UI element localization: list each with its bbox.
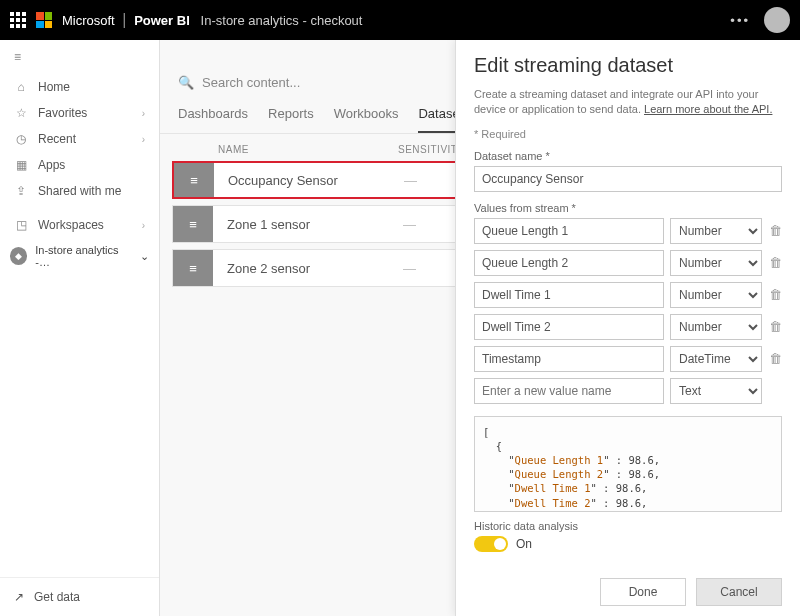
delete-icon[interactable]: 🗑 xyxy=(768,255,782,270)
value-name-input[interactable] xyxy=(474,218,664,244)
col-name: NAME xyxy=(218,144,398,155)
nav-favorites-label: Favorites xyxy=(38,106,87,120)
value-type-select[interactable]: NumberDateTimeText xyxy=(670,282,762,308)
dataset-sensitivity: — xyxy=(404,173,417,188)
dataset-name: Occupancy Sensor xyxy=(214,173,404,188)
nav-shared-label: Shared with me xyxy=(38,184,121,198)
value-type-select[interactable]: NumberDateTimeText xyxy=(670,314,762,340)
chevron-right-icon: › xyxy=(142,220,145,231)
stream-value-row: NumberDateTimeText🗑 xyxy=(474,282,782,308)
user-avatar[interactable] xyxy=(764,7,790,33)
nav-get-data-label: Get data xyxy=(34,590,80,604)
panel-description: Create a streaming dataset and integrate… xyxy=(474,87,782,118)
stream-value-row: NumberDateTimeText🗑 xyxy=(474,314,782,340)
delete-icon[interactable]: 🗑 xyxy=(768,319,782,334)
tab-dashboards[interactable]: Dashboards xyxy=(178,106,248,133)
stream-value-row: NumberDateTimeText🗑 xyxy=(474,346,782,372)
dataset-name-input[interactable] xyxy=(474,166,782,192)
tab-reports[interactable]: Reports xyxy=(268,106,314,133)
home-icon: ⌂ xyxy=(14,80,28,94)
stream-value-row: NumberDateTimeText🗑 xyxy=(474,250,782,276)
more-icon[interactable]: ••• xyxy=(730,13,750,28)
nav-home-label: Home xyxy=(38,80,70,94)
new-value-input[interactable] xyxy=(474,378,664,404)
nav-recent[interactable]: ◷ Recent › xyxy=(0,126,159,152)
nav-current-workspace-label: In-store analytics -… xyxy=(35,244,132,268)
value-type-select[interactable]: NumberDateTimeText xyxy=(670,346,762,372)
brand-powerbi: Power BI xyxy=(134,13,190,28)
value-type-select[interactable]: NumberDateTimeText xyxy=(670,250,762,276)
value-type-select[interactable]: NumberDateTimeText xyxy=(670,218,762,244)
delete-icon[interactable]: 🗑 xyxy=(768,223,782,238)
required-note: * Required xyxy=(474,128,782,140)
done-button[interactable]: Done xyxy=(600,578,686,606)
apps-icon: ▦ xyxy=(14,158,28,172)
values-from-stream-label: Values from stream * xyxy=(474,202,782,214)
nav-current-workspace[interactable]: ◆ In-store analytics -… ⌄ xyxy=(0,238,159,274)
json-sample: [ { "Queue Length 1" : 98.6, "Queue Leng… xyxy=(474,416,782,512)
nav-shared[interactable]: ⇪ Shared with me xyxy=(0,178,159,204)
nav-home[interactable]: ⌂ Home xyxy=(0,74,159,100)
delete-icon[interactable]: 🗑 xyxy=(768,351,782,366)
getdata-icon: ↗ xyxy=(14,590,24,604)
brand-page: In-store analytics - checkout xyxy=(201,13,363,28)
panel-title: Edit streaming dataset xyxy=(474,54,782,77)
search-placeholder: Search content... xyxy=(202,75,300,90)
workspace-badge-icon: ◆ xyxy=(10,247,27,265)
value-name-input[interactable] xyxy=(474,282,664,308)
value-name-input[interactable] xyxy=(474,314,664,340)
nav-apps[interactable]: ▦ Apps xyxy=(0,152,159,178)
dataset-icon: ≡ xyxy=(174,163,214,197)
left-nav: ≡ ⌂ Home ☆ Favorites › ◷ Recent › ▦ Apps… xyxy=(0,40,160,616)
search-icon: 🔍 xyxy=(178,75,194,90)
chevron-right-icon: › xyxy=(142,134,145,145)
toggle-switch-icon xyxy=(474,536,508,552)
historic-analysis-toggle[interactable]: On xyxy=(474,536,782,552)
cancel-button[interactable]: Cancel xyxy=(696,578,782,606)
dataset-sensitivity: — xyxy=(403,261,416,276)
nav-workspaces-label: Workspaces xyxy=(38,218,104,232)
dataset-name: Zone 1 sensor xyxy=(213,217,403,232)
edit-streaming-dataset-panel: Edit streaming dataset Create a streamin… xyxy=(455,40,800,616)
star-icon: ☆ xyxy=(14,106,28,120)
nav-recent-label: Recent xyxy=(38,132,76,146)
learn-more-link[interactable]: Learn more about the API. xyxy=(644,103,772,115)
tab-workbooks[interactable]: Workbooks xyxy=(334,106,399,133)
microsoft-logo-icon xyxy=(36,12,52,28)
delete-icon[interactable]: 🗑 xyxy=(768,287,782,302)
dataset-icon: ≡ xyxy=(173,250,213,286)
historic-analysis-label: Historic data analysis xyxy=(474,520,782,532)
dataset-name: Zone 2 sensor xyxy=(213,261,403,276)
brand-microsoft: Microsoft xyxy=(62,13,115,28)
value-name-input[interactable] xyxy=(474,346,664,372)
dataset-sensitivity: — xyxy=(403,217,416,232)
share-icon: ⇪ xyxy=(14,184,28,198)
dataset-icon: ≡ xyxy=(173,206,213,242)
nav-favorites[interactable]: ☆ Favorites › xyxy=(0,100,159,126)
nav-get-data[interactable]: ↗ Get data xyxy=(0,577,159,616)
app-launcher-icon[interactable] xyxy=(10,12,26,28)
nav-workspaces[interactable]: ◳ Workspaces › xyxy=(0,212,159,238)
hamburger-icon[interactable]: ≡ xyxy=(0,40,159,74)
breadcrumb: Microsoft | Power BI In-store analytics … xyxy=(62,11,362,29)
top-bar: Microsoft | Power BI In-store analytics … xyxy=(0,0,800,40)
dataset-name-label: Dataset name * xyxy=(474,150,782,162)
chevron-down-icon: ⌄ xyxy=(140,250,149,263)
workspace-icon: ◳ xyxy=(14,218,28,232)
stream-value-row: NumberDateTimeText🗑 xyxy=(474,218,782,244)
clock-icon: ◷ xyxy=(14,132,28,146)
toggle-state: On xyxy=(516,537,532,551)
new-value-type-select[interactable]: Text xyxy=(670,378,762,404)
nav-apps-label: Apps xyxy=(38,158,65,172)
chevron-right-icon: › xyxy=(142,108,145,119)
value-name-input[interactable] xyxy=(474,250,664,276)
